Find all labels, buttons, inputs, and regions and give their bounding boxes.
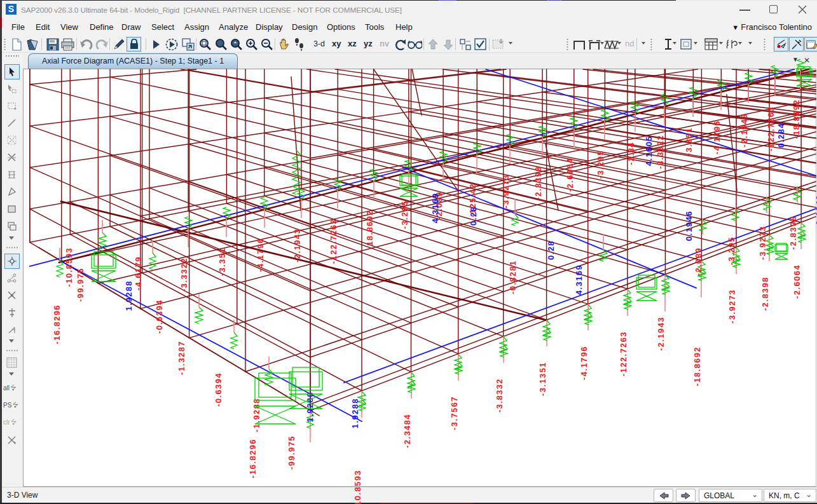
svg-text:-4.1796: -4.1796	[712, 120, 722, 154]
svg-text:-3.8332: -3.8332	[495, 378, 504, 412]
svg-text:-3.295: -3.295	[727, 236, 736, 265]
svg-text:1.9288: 1.9288	[305, 392, 315, 422]
svg-text:-2.1943: -2.1943	[292, 228, 302, 262]
svg-text:-10.8593: -10.8593	[353, 470, 362, 504]
svg-text:0.1946: 0.1946	[814, 194, 817, 225]
svg-text:-2.6064: -2.6064	[792, 264, 802, 299]
svg-text:-3.7567: -3.7567	[450, 396, 459, 430]
svg-text:-3.295: -3.295	[400, 200, 409, 229]
svg-text:-3.9273: -3.9273	[727, 289, 737, 324]
svg-text:-16.8296: -16.8296	[248, 439, 257, 479]
svg-text:0.284: 0.284	[776, 123, 786, 148]
svg-text:-3.1351: -3.1351	[538, 362, 547, 396]
svg-text:-0.8281: -0.8281	[508, 260, 518, 294]
svg-text:-0.6394: -0.6394	[154, 299, 164, 334]
svg-text:0.28: 0.28	[546, 240, 556, 260]
svg-text:-2.3398: -2.3398	[533, 166, 543, 200]
svg-text:0.28: 0.28	[469, 206, 478, 226]
svg-text:-99.975: -99.975	[287, 435, 296, 470]
svg-text:-18.8692: -18.8692	[365, 210, 374, 250]
svg-text:-3.295: -3.295	[596, 150, 605, 179]
svg-text:-4.1796: -4.1796	[256, 238, 265, 272]
svg-text:-2.089: -2.089	[694, 247, 703, 276]
svg-text:-2.8398: -2.8398	[788, 215, 798, 250]
svg-text:-2.1943: -2.1943	[739, 113, 749, 147]
svg-text:-122.7263: -122.7263	[329, 219, 338, 264]
svg-text:4.3169: 4.3169	[574, 264, 584, 295]
svg-text:1.9288: 1.9288	[124, 280, 134, 311]
svg-text:-0.6394: -0.6394	[214, 372, 223, 407]
svg-text:-10.8593: -10.8593	[64, 247, 74, 287]
svg-text:-99.975: -99.975	[76, 268, 85, 302]
svg-text:4.1605: 4.1605	[644, 135, 654, 166]
svg-text:-2.84: -2.84	[626, 142, 636, 165]
svg-text:-4.6179: -4.6179	[134, 256, 143, 290]
svg-text:-2.1943: -2.1943	[656, 317, 666, 351]
svg-text:-3.3322: -3.3322	[656, 135, 665, 169]
svg-text:-3.351: -3.351	[217, 247, 227, 276]
svg-text:-18.8692: -18.8692	[792, 99, 801, 139]
svg-text:-1.9288: -1.9288	[252, 398, 261, 432]
svg-text:-2.8398: -2.8398	[760, 276, 770, 311]
svg-text:-3.351: -3.351	[684, 127, 694, 156]
svg-text:0.1946: 0.1946	[684, 210, 694, 241]
svg-text:-16.8296: -16.8296	[52, 304, 62, 344]
svg-text:1.9288: 1.9288	[350, 398, 360, 428]
svg-text:-3.9273: -3.9273	[501, 174, 511, 208]
svg-text:-122.7263: -122.7263	[766, 106, 776, 151]
svg-text:-3.9273: -3.9273	[758, 226, 767, 260]
svg-text:-2.6064: -2.6064	[565, 158, 575, 192]
svg-text:-2.3484: -2.3484	[402, 414, 412, 448]
svg-text:-18.8692: -18.8692	[692, 346, 702, 386]
svg-text:4.3169: 4.3169	[430, 193, 440, 223]
svg-text:-122.7263: -122.7263	[619, 331, 628, 376]
svg-text:-1.3287: -1.3287	[177, 341, 186, 375]
svg-text:-4.1796: -4.1796	[579, 346, 589, 380]
svg-text:-3.3322: -3.3322	[179, 257, 189, 292]
